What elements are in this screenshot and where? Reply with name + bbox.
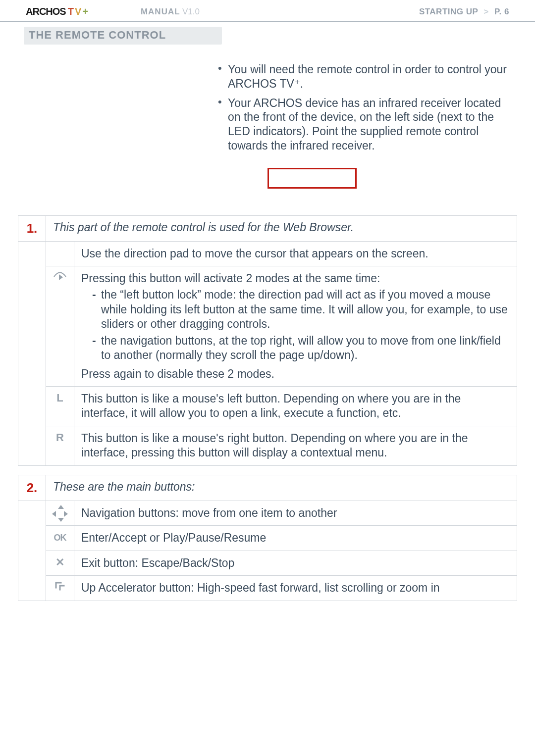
manual-label: MANUAL [141,7,180,16]
section1-title: This part of the remote control is used … [46,215,517,241]
cursor-mode-icon [46,266,74,386]
header-divider [0,21,535,22]
blank-cell [18,387,46,426]
section2-row1-desc: Enter/Accept or Play/Pause/Resume [74,526,517,551]
blank-cell [18,241,46,266]
section1-row2-desc: This button is like a mouse's left butto… [74,387,517,426]
section1-row3-desc: This button is like a mouse's right butt… [74,426,517,465]
section1-table: 1. This part of the remote control is us… [18,215,517,466]
section1-row0-desc: Use the direction pad to move the cursor… [74,241,517,266]
blank-cell [18,576,46,601]
R-button-icon: R [46,426,74,465]
intro-bullet-2: Your ARCHOS device has an infrared recei… [218,96,509,153]
breadcrumb-page: P. 6 [494,7,509,16]
intro-bullet-1: You will need the remote control in orde… [218,62,509,91]
section1-table-wrap: 1. This part of the remote control is us… [0,215,535,475]
chevron-right-icon: > [481,7,491,16]
blank-cell [18,426,46,465]
section1-row1-trail: Press again to disable these 2 modes. [81,367,274,380]
blank-cell [18,501,46,525]
section2-row2-desc: Exit button: Escape/Back/Stop [74,551,517,575]
logo: ARCHOS TV+ [26,6,89,17]
manual-version: V1.0 [182,7,200,16]
section1-number: 1. [18,215,46,241]
up-accelerator-icon [46,576,74,601]
intro-block: You will need the remote control in orde… [218,62,509,153]
ok-icon: OK [46,526,74,551]
section2-table-wrap: 2. These are the main buttons: Navigatio… [0,475,535,610]
section2-number: 2. [18,475,46,501]
section1-row1-desc: Pressing this button will activate 2 mod… [74,266,517,386]
blank-cell [18,551,46,575]
section2-row0-desc: Navigation buttons: move from one item t… [74,501,517,525]
logo-tvplus: TV+ [68,6,89,17]
section2-table: 2. These are the main buttons: Navigatio… [18,475,517,601]
page-header: ARCHOS TV+ MANUAL V1.0 STARTING UP > P. … [0,0,535,21]
breadcrumb-section: STARTING UP [419,7,478,16]
section-title: THE REMOTE CONTROL [24,27,222,45]
highlight-box [268,168,357,189]
direction-pad-blank-icon [46,241,74,266]
L-button-icon: L [46,387,74,426]
blank-cell [18,266,46,386]
section1-row1-li2: the navigation buttons, at the top right… [92,334,510,363]
highlight-box-wrap [0,168,535,191]
section1-row1-li1: the “left button lock” mode: the directi… [92,288,510,331]
section2-title: These are the main buttons: [46,475,517,501]
section1-row1-lead: Pressing this button will activate 2 mod… [81,272,380,285]
breadcrumb: STARTING UP > P. 6 [419,7,509,17]
manual-label-wrap: MANUAL V1.0 [89,7,419,17]
section2-row3-desc: Up Accelerator button: High-speed fast f… [74,576,517,601]
x-icon: ✕ [46,551,74,575]
blank-cell [18,526,46,551]
logo-archos-text: ARCHOS [26,6,66,17]
nav-dpad-icon [46,501,74,525]
